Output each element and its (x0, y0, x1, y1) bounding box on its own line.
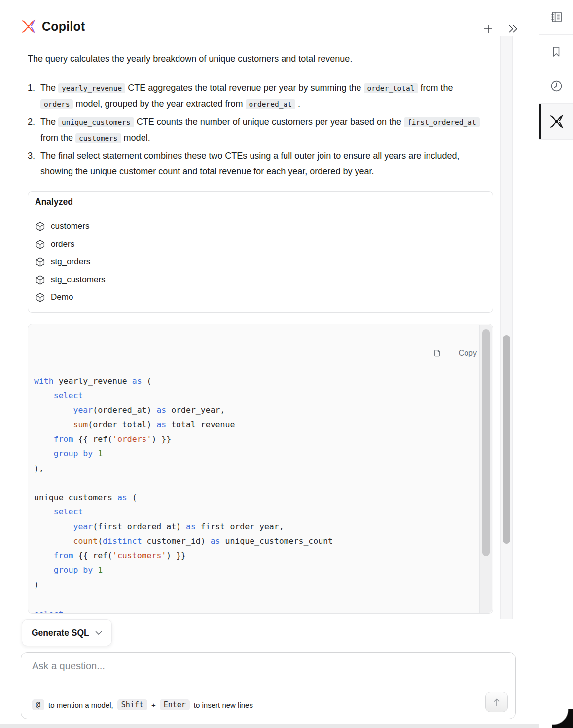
keyboard-key-chip: Enter (160, 699, 190, 710)
code-line: group by 1 (34, 446, 478, 461)
composer: @to mention a model,Shift+Enterto insert… (21, 652, 516, 719)
panel-header: Copilot (21, 19, 85, 34)
code-line (34, 475, 478, 490)
sql-code-lines: with yearly_revenue as ( select year(ord… (34, 374, 478, 614)
step-text: The final select statement combines thes… (40, 148, 484, 179)
question-input[interactable] (32, 660, 427, 690)
code-line: sum(order_total) as total_revenue (34, 417, 478, 432)
analyzed-model-item[interactable]: stg_orders (35, 253, 486, 271)
panel-title: Copilot (42, 19, 85, 34)
chat-message: The query calculates the yearly breakdow… (28, 51, 493, 614)
composer-hint: @to mention a model,Shift+Enterto insert… (32, 699, 253, 710)
keyboard-key-chip: @ (32, 699, 44, 710)
cube-icon (35, 221, 45, 232)
rail-item-notebook-outline[interactable] (539, 0, 573, 35)
analyzed-model-item[interactable]: customers (35, 218, 486, 235)
window-corner (552, 709, 573, 728)
code-line: select (34, 607, 478, 614)
code-line: count(distinct customer_id) as unique_cu… (34, 534, 478, 548)
code-line: with yearly_revenue as ( (34, 374, 478, 389)
new-chat-button[interactable] (481, 22, 495, 36)
analyzed-model-label: stg_customers (51, 275, 106, 285)
copilot-icon (549, 114, 564, 129)
inline-code-chip: unique_customers (58, 117, 134, 127)
rail-item-bookmark[interactable] (539, 35, 573, 69)
keyboard-key-chip: Shift (117, 699, 147, 710)
copy-button-label: Copy (459, 349, 477, 358)
send-button[interactable] (485, 692, 508, 712)
window-bottom-edge (0, 724, 539, 728)
arrow-up-icon (492, 697, 501, 707)
cube-icon (35, 275, 45, 285)
cube-icon (35, 257, 45, 267)
cube-icon (35, 239, 45, 250)
analyzed-card: Analyzed customers orders stg_orders stg… (28, 191, 493, 313)
copilot-logo-icon (21, 19, 36, 34)
hint-text: to mention a model, (48, 701, 113, 709)
code-line: select (34, 388, 478, 403)
code-scrollbar-track[interactable] (479, 325, 492, 613)
analyzed-model-label: stg_orders (51, 257, 90, 267)
inline-code-chip: orders (40, 99, 73, 109)
inline-code-chip: yearly_revenue (58, 83, 125, 93)
rail-item-copilot[interactable] (539, 104, 573, 140)
code-line: ), (34, 461, 478, 476)
chat-scrollbar-track[interactable] (500, 36, 513, 619)
step-text: The unique_customers CTE counts the numb… (40, 114, 484, 146)
generate-sql-label: Generate SQL (32, 628, 89, 638)
code-line: unique_customers as ( (34, 490, 478, 505)
analyzed-model-item[interactable]: stg_customers (35, 271, 486, 289)
code-line: year(ordered_at) as order_year, (34, 403, 478, 418)
code-line: ) (34, 578, 478, 592)
right-icon-rail (539, 0, 573, 728)
answer-intro: The query calculates the yearly breakdow… (28, 51, 474, 66)
code-line: from {{ ref('orders') }} (34, 432, 478, 447)
step-number: 3. (28, 148, 40, 179)
analyzed-model-list: customers orders stg_orders stg_customer… (28, 213, 493, 312)
code-line: group by 1 (34, 563, 478, 578)
copy-icon (432, 331, 454, 375)
sql-code-block: Copy with yearly_revenue as ( select yea… (28, 324, 493, 614)
analyzed-model-label: orders (51, 239, 74, 249)
analyzed-card-title: Analyzed (28, 192, 493, 213)
inline-code-chip: order_total (364, 83, 418, 93)
bookmark-icon (550, 45, 562, 58)
collapse-panel-button[interactable] (506, 22, 520, 36)
step-text: The yearly_revenue CTE aggregates the to… (40, 80, 484, 112)
code-line: select (34, 505, 478, 519)
analyzed-model-label: Demo (51, 292, 73, 302)
step-number: 1. (28, 80, 40, 112)
copilot-panel: Copilot The query calculates the yearly … (0, 0, 573, 728)
inline-code-chip: first_ordered_at (404, 117, 480, 127)
code-line: year(first_ordered_at) as first_order_ye… (34, 519, 478, 534)
analyzed-model-item[interactable]: Demo (35, 289, 486, 306)
code-scrollbar-thumb[interactable] (482, 329, 490, 556)
analyzed-model-label: customers (51, 221, 89, 231)
rail-item-history-clock[interactable] (539, 69, 573, 104)
inline-code-chip: ordered_at (246, 99, 295, 109)
step-item: 3.The final select statement combines th… (28, 148, 487, 179)
analyzed-model-item[interactable]: orders (35, 235, 486, 253)
chat-scrollbar-thumb[interactable] (503, 335, 510, 544)
chevron-down-icon (95, 631, 102, 635)
inline-code-chip: customers (75, 133, 121, 143)
step-number: 2. (28, 114, 40, 146)
hint-text: + (151, 701, 156, 709)
code-line (34, 592, 478, 607)
steps-list: 1.The yearly_revenue CTE aggregates the … (28, 80, 493, 179)
step-item: 1.The yearly_revenue CTE aggregates the … (28, 80, 487, 112)
hint-text: to insert new lines (194, 701, 253, 709)
copy-code-button[interactable]: Copy (432, 331, 477, 375)
step-item: 2.The unique_customers CTE counts the nu… (28, 114, 487, 146)
cube-icon (35, 292, 45, 303)
generate-sql-button[interactable]: Generate SQL (22, 619, 112, 646)
history-clock-icon (550, 79, 563, 93)
code-line: from {{ ref('customers') }} (34, 548, 478, 563)
notebook-outline-icon (550, 10, 563, 24)
